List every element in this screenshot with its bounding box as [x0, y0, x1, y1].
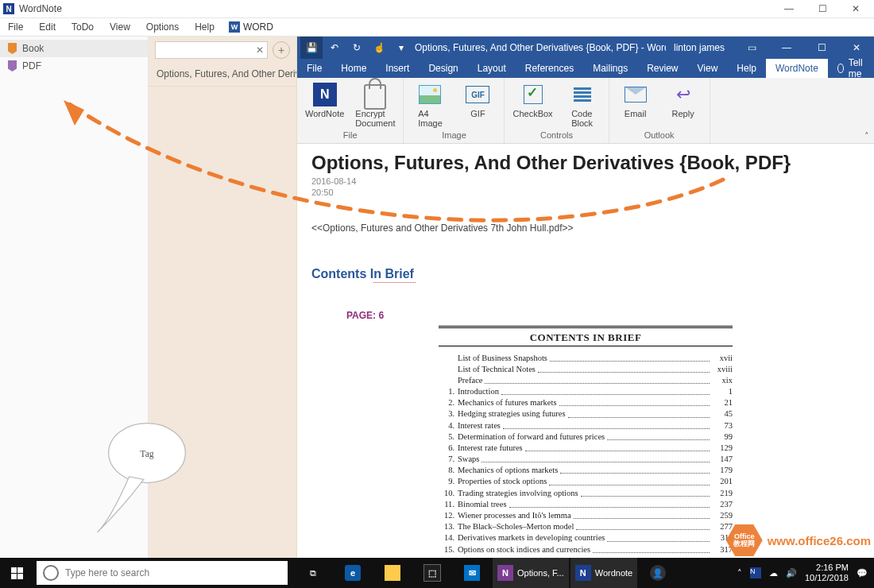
clear-icon[interactable]: ✕ [256, 44, 264, 56]
note-list-item[interactable]: Options, Futures, And Other Derivati [149, 62, 296, 87]
word-account-name[interactable]: linton james [666, 42, 733, 53]
word-minimize-button[interactable]: ― [771, 37, 802, 58]
tag-row-book[interactable]: Book [0, 40, 148, 57]
tray-onedrive-icon[interactable]: ☁ [769, 568, 778, 578]
tag-row-pdf[interactable]: PDF [0, 57, 148, 75]
lock-icon [364, 84, 386, 110]
word-document-title: Options, Futures, And Other Derivatives … [415, 42, 666, 53]
menu-word-link[interactable]: W WORD [222, 21, 280, 33]
word-close-button[interactable]: ✕ [841, 37, 872, 58]
ribbon-group-image: A4 Image GIF GIF Image [404, 78, 505, 143]
gif-icon: GIF [466, 86, 489, 103]
close-button[interactable]: ✕ [839, 1, 872, 17]
tab-insert[interactable]: Insert [376, 59, 419, 78]
word-document-canvas[interactable]: Options, Futures, And Other Derivatives … [297, 144, 874, 571]
tab-design[interactable]: Design [419, 59, 467, 78]
word-icon: W [229, 21, 240, 33]
taskbar-edge[interactable]: e [334, 558, 372, 588]
book-contents-block: CONTENTS IN BRIEF List of Business Snaps… [439, 326, 733, 567]
tab-references[interactable]: References [516, 59, 583, 78]
checkbox-icon [524, 85, 543, 104]
cortana-icon [43, 565, 59, 581]
tab-wordnote[interactable]: WordNote [766, 59, 828, 78]
menu-help[interactable]: Help [187, 18, 222, 36]
tag-label: PDF [22, 60, 41, 72]
toc-line: List of Technical Notesxviii [439, 364, 733, 375]
search-input[interactable]: ✕ [155, 41, 268, 59]
ribbon-wordnote-button[interactable]: N WordNote [300, 81, 349, 120]
tab-view[interactable]: View [688, 59, 728, 78]
taskbar: Type here to search ⧉ e ⬚ ✉ NOptions, F.… [0, 558, 874, 588]
wordnote-icon: N [575, 565, 591, 581]
collapse-ribbon-icon[interactable]: ˄ [864, 131, 869, 141]
taskbar-store[interactable]: ⬚ [413, 558, 451, 588]
taskbar-search-placeholder: Type here to search [65, 567, 149, 578]
wordnote-menubar: File Edit ToDo View Options Help W WORD [0, 18, 874, 37]
qa-save-icon[interactable]: 💾 [300, 37, 323, 59]
doc-meta: 2016-08-1420:50 [311, 176, 860, 199]
qa-touch-icon[interactable]: ☝ [369, 37, 389, 58]
menu-edit[interactable]: Edit [31, 18, 64, 36]
word-ribbon-options-icon[interactable]: ▭ [736, 37, 768, 58]
tray-volume-icon[interactable]: 🔊 [786, 568, 797, 578]
add-note-button[interactable]: + [273, 41, 290, 59]
menu-word-label: WORD [243, 21, 273, 33]
ribbon-checkbox-button[interactable]: CheckBox [508, 81, 557, 120]
taskbar-mail[interactable]: ✉ [453, 558, 491, 588]
menu-view[interactable]: View [102, 18, 138, 36]
note-list-pane: ✕ + Options, Futures, And Other Derivati [149, 37, 297, 588]
toc-line: 4.Interest rates73 [439, 420, 733, 431]
minimize-button[interactable]: ― [772, 1, 806, 17]
taskbar-search[interactable]: Type here to search [37, 561, 288, 585]
book-heading: CONTENTS IN BRIEF [439, 326, 733, 346]
ribbon-encrypt-button[interactable]: Encrypt Document [350, 81, 400, 130]
ribbon-a4image-button[interactable]: A4 Image [407, 81, 453, 130]
ribbon-group-controls: CheckBox Code Block Controls [505, 78, 609, 143]
qa-undo-icon[interactable]: ↶ [324, 37, 345, 58]
notifications-icon[interactable]: 💬 [857, 568, 868, 578]
tag-icon [8, 43, 17, 54]
toc-line: 11.Binomial trees237 [439, 499, 733, 510]
taskbar-onenote[interactable]: NOptions, F... [493, 558, 569, 588]
tell-me-button[interactable]: Tell me [828, 59, 874, 78]
toc-line: 14.Derivatives markets in developing cou… [439, 532, 733, 544]
tag-label: Book [22, 43, 44, 54]
menu-file[interactable]: File [0, 18, 31, 36]
taskbar-wordnote[interactable]: NWordnote [570, 558, 638, 588]
wordnote-title: WordNote [19, 3, 62, 14]
folder-icon [385, 565, 400, 581]
word-ribbon: N WordNote Encrypt Document File [297, 78, 874, 144]
tab-layout[interactable]: Layout [468, 59, 516, 78]
toc-line: 9.Properties of stock options201 [439, 476, 733, 487]
word-maximize-button[interactable]: ☐ [806, 37, 837, 58]
ribbon-codeblock-button[interactable]: Code Block [559, 81, 605, 130]
tab-help[interactable]: Help [727, 59, 766, 78]
start-button[interactable] [0, 558, 33, 588]
word-tabbar: File Home Insert Design Layout Reference… [297, 59, 874, 78]
tag-pane: Book PDF [0, 37, 149, 588]
maximize-button[interactable]: ☐ [806, 1, 839, 17]
toc-line: 8.Mechanics of options markets179 [439, 465, 733, 476]
taskbar-explorer[interactable] [373, 558, 412, 588]
tag-icon [8, 60, 17, 72]
menu-options[interactable]: Options [138, 18, 187, 36]
tab-file[interactable]: File [297, 59, 331, 78]
qa-customize-icon[interactable]: ▾ [391, 37, 412, 58]
tab-home[interactable]: Home [331, 59, 376, 78]
qa-redo-icon[interactable]: ↻ [346, 37, 367, 58]
tab-mailings[interactable]: Mailings [583, 59, 637, 78]
people-icon: 👤 [650, 565, 666, 581]
ribbon-gif-button[interactable]: GIF GIF [454, 81, 501, 120]
word-embed: 💾 ↶ ↻ ☝ ▾ Options, Futures, And Other De… [297, 37, 874, 588]
taskbar-people[interactable]: 👤 [639, 558, 677, 588]
taskbar-clock[interactable]: 2:16 PM10/12/2018 [805, 563, 849, 582]
tray-more-icon[interactable]: ˄ [737, 568, 742, 578]
ribbon-email-button[interactable]: Email [613, 81, 659, 120]
reply-icon: ↩ [676, 84, 690, 105]
ribbon-reply-button[interactable]: ↩ Reply [660, 81, 706, 120]
tray-wordnote-icon[interactable]: N [750, 567, 761, 578]
menu-todo[interactable]: ToDo [64, 18, 102, 36]
task-view-icon[interactable]: ⧉ [294, 558, 332, 588]
tab-review[interactable]: Review [637, 59, 687, 78]
wordnote-icon: N [313, 83, 337, 106]
